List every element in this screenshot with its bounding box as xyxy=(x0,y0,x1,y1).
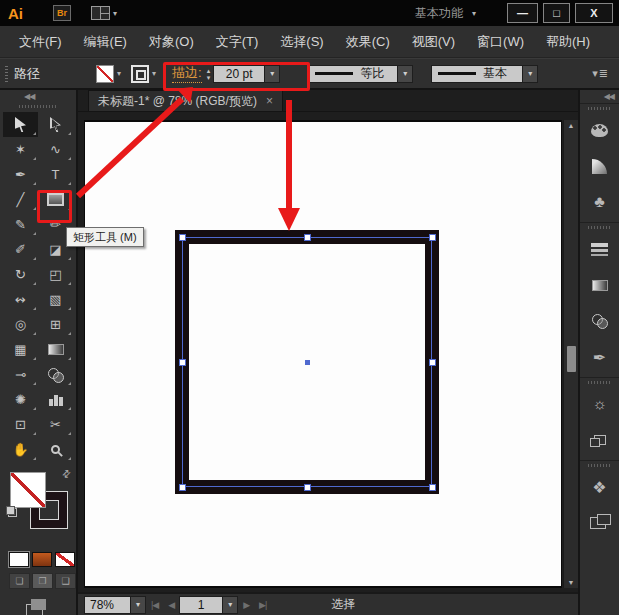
width-tool[interactable]: ↭ xyxy=(3,287,38,312)
color-guide-button[interactable] xyxy=(580,148,619,184)
perspective-grid-tool[interactable]: ⊞ xyxy=(38,312,73,337)
default-fill-stroke-icon[interactable] xyxy=(6,506,17,517)
mesh-tool[interactable]: ▦ xyxy=(3,337,38,362)
last-page-icon[interactable]: ▶| xyxy=(259,600,266,610)
dock-grip[interactable] xyxy=(588,226,612,229)
prev-page-icon[interactable]: ◀ xyxy=(168,600,174,610)
stroke-weight-dropdown-button[interactable]: ▾ xyxy=(265,65,280,83)
dock-grip[interactable] xyxy=(588,107,612,110)
rectangle-tool[interactable] xyxy=(38,187,73,212)
transparency-panel-button[interactable] xyxy=(580,303,619,339)
type-tool[interactable]: T xyxy=(38,162,73,187)
artboards-panel-button[interactable] xyxy=(580,505,619,541)
zoom-tool[interactable] xyxy=(38,437,73,462)
menu-effect[interactable]: 效果(C) xyxy=(335,26,401,58)
line-segment-tool[interactable]: ╱ xyxy=(3,187,38,212)
gradient-panel-button[interactable] xyxy=(580,267,619,303)
draw-behind-mode-icon[interactable]: ❐ xyxy=(32,573,53,589)
stroke-dropdown-icon[interactable]: ▾ xyxy=(152,69,156,78)
stroke-panel-button[interactable] xyxy=(580,231,619,267)
menu-window[interactable]: 窗口(W) xyxy=(466,26,535,58)
menu-view[interactable]: 视图(V) xyxy=(401,26,466,58)
swap-fill-stroke-icon[interactable]: ⇄ xyxy=(59,467,73,481)
artboard-number-field[interactable]: 1 xyxy=(179,596,223,614)
zoom-dropdown-button[interactable]: ▾ xyxy=(131,596,146,614)
paintbrush-tool[interactable]: ✎ xyxy=(3,212,38,237)
minimize-button[interactable]: — xyxy=(507,3,538,23)
rotate-tool[interactable]: ↻ xyxy=(3,262,38,287)
menu-edit[interactable]: 编辑(E) xyxy=(73,26,138,58)
change-screen-mode-icon[interactable] xyxy=(26,599,50,615)
appearance-panel-button[interactable]: ☼ xyxy=(580,386,619,422)
gradient-button[interactable] xyxy=(32,552,52,567)
slice-tool[interactable]: ✂ xyxy=(38,412,73,437)
menu-type[interactable]: 文字(T) xyxy=(205,26,270,58)
brush-definition-dropdown-button[interactable]: ▾ xyxy=(523,65,538,83)
fill-indicator[interactable] xyxy=(10,472,46,508)
pen-tool[interactable]: ✒ xyxy=(3,162,38,187)
control-panel-menu-icon[interactable]: ▾≣ xyxy=(592,67,609,80)
swatches-button[interactable]: ♣ xyxy=(580,184,619,220)
menu-select[interactable]: 选择(S) xyxy=(269,26,334,58)
color-panel-button[interactable] xyxy=(580,112,619,148)
free-transform-tool[interactable]: ▧ xyxy=(38,287,73,312)
zoom-level-field[interactable]: 78% xyxy=(84,596,131,614)
brushes-panel-button[interactable]: ✒ xyxy=(580,339,619,375)
artboard-canvas[interactable] xyxy=(84,120,562,588)
stepper-up-icon[interactable]: ▴ xyxy=(207,67,211,74)
pencil-tool[interactable]: ✏ xyxy=(38,212,73,237)
graphic-styles-button[interactable] xyxy=(580,422,619,458)
arrange-documents-icon[interactable] xyxy=(91,6,110,20)
scale-tool[interactable]: ◰ xyxy=(38,262,73,287)
first-page-icon[interactable]: |◀ xyxy=(151,600,158,610)
width-profile-dropdown-button[interactable]: ▾ xyxy=(398,65,413,83)
stroke-weight-label[interactable]: 描边: xyxy=(172,64,202,83)
brush-definition-combo[interactable]: 基本 ▾ xyxy=(431,65,538,83)
menu-object[interactable]: 对象(O) xyxy=(138,26,205,58)
workspace-switcher[interactable]: 基本功能 ▾ xyxy=(415,5,476,22)
dock-grip[interactable] xyxy=(588,381,612,384)
magic-wand-tool[interactable]: ✶ xyxy=(3,137,38,162)
gradient-tool[interactable] xyxy=(38,337,73,362)
close-button[interactable]: X xyxy=(575,3,613,23)
next-page-icon[interactable]: ▶ xyxy=(243,600,249,610)
fill-dropdown-icon[interactable]: ▾ xyxy=(117,69,121,78)
vertical-scrollbar[interactable]: ▲ ▼ xyxy=(563,120,578,588)
artboard-dropdown-button[interactable]: ▾ xyxy=(223,596,238,614)
color-button[interactable] xyxy=(9,552,29,567)
direct-selection-tool[interactable] xyxy=(38,112,73,137)
fill-color-swatch[interactable] xyxy=(96,65,114,83)
stepper-down-icon[interactable]: ▾ xyxy=(207,74,211,81)
column-graph-tool[interactable] xyxy=(38,387,73,412)
dock-grip[interactable] xyxy=(588,464,612,467)
eraser-tool[interactable]: ◪ xyxy=(38,237,73,262)
stroke-weight-input[interactable]: 20 pt xyxy=(213,65,265,83)
lasso-tool[interactable]: ∿ xyxy=(38,137,73,162)
width-profile-combo[interactable]: 等比 ▾ xyxy=(308,65,413,83)
dock-expand-icon[interactable]: ◀◀ xyxy=(580,90,619,103)
tab-close-icon[interactable]: × xyxy=(266,95,273,107)
stroke-color-swatch[interactable] xyxy=(131,65,149,83)
scroll-down-icon[interactable]: ▼ xyxy=(564,579,578,586)
menu-help[interactable]: 帮助(H) xyxy=(535,26,601,58)
tools-collapse-icon[interactable]: ◀◀ xyxy=(0,90,76,102)
stroke-weight-stepper[interactable]: ▴ ▾ xyxy=(207,67,211,81)
layers-panel-button[interactable]: ❖ xyxy=(580,469,619,505)
blob-brush-tool[interactable]: ✐ xyxy=(3,237,38,262)
tools-grip[interactable] xyxy=(19,105,57,108)
draw-normal-mode-icon[interactable]: ❏ xyxy=(9,573,30,589)
arrange-documents-dropdown-icon[interactable]: ▾ xyxy=(113,9,117,18)
selection-tool[interactable] xyxy=(3,112,38,137)
eyedropper-tool[interactable]: ⊸ xyxy=(3,362,38,387)
blend-tool[interactable] xyxy=(38,362,73,387)
draw-inside-mode-icon[interactable]: ❑ xyxy=(55,573,76,589)
maximize-button[interactable]: □ xyxy=(543,3,570,23)
scrollbar-thumb[interactable] xyxy=(567,346,576,372)
document-tab[interactable]: 未标题-1* @ 78% (RGB/预览) × xyxy=(88,90,283,111)
artboard-tool[interactable]: ⊡ xyxy=(3,412,38,437)
control-bar-grip[interactable] xyxy=(5,66,8,82)
symbol-sprayer-tool[interactable]: ✺ xyxy=(3,387,38,412)
bridge-icon[interactable]: Br xyxy=(53,5,71,21)
none-button[interactable] xyxy=(55,552,75,567)
shape-builder-tool[interactable]: ◎ xyxy=(3,312,38,337)
